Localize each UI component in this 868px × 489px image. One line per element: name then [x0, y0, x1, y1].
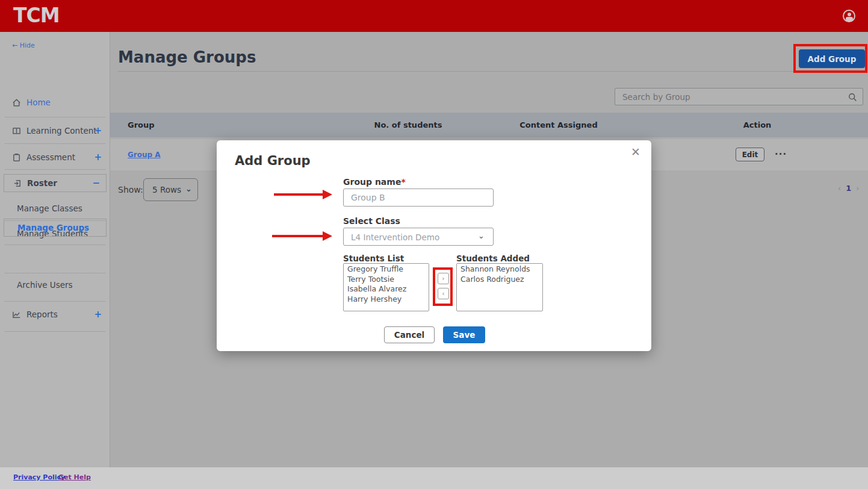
column-header-group: Group: [128, 120, 155, 129]
sidebar-item-label: Roster: [27, 178, 57, 188]
roster-icon: [13, 179, 22, 188]
sidebar-hide-link[interactable]: ← Hide: [12, 42, 35, 49]
cancel-button[interactable]: Cancel: [384, 326, 435, 343]
required-asterisk: *: [401, 177, 405, 187]
more-actions-icon[interactable]: ...: [775, 146, 787, 157]
students-added-box: Shannon ReynoldsCarlos Rodriguez: [456, 263, 543, 311]
privacy-policy-link[interactable]: Privacy Policy: [13, 473, 65, 481]
sidebar-item-manage-classes[interactable]: Manage Classes: [0, 201, 110, 216]
move-left-button[interactable]: ‹: [438, 288, 449, 299]
chevron-down-icon: ⌄: [478, 231, 485, 240]
student-list-item[interactable]: Gregory Truffle: [344, 264, 429, 275]
table-header: Group No. of students Content Assigned A…: [110, 113, 868, 137]
search-input[interactable]: [615, 89, 863, 105]
sidebar: ← Hide Home Learning Content + Assessmen…: [0, 32, 110, 467]
sidebar-item-label: Archive Users: [17, 280, 73, 290]
sidebar-item-assessment[interactable]: Assessment +: [0, 150, 110, 164]
expand-plus-icon[interactable]: +: [94, 152, 102, 163]
home-icon: [12, 98, 21, 107]
select-class-label: Select Class: [343, 216, 400, 226]
sidebar-divider: [5, 117, 105, 117]
search-icon: [848, 93, 857, 102]
expand-plus-icon[interactable]: +: [94, 309, 102, 320]
pagination: ‹1›: [835, 184, 861, 193]
sidebar-item-label: Manage Classes: [17, 204, 82, 213]
select-class-value: L4 Intervention Demo: [351, 232, 439, 242]
sidebar-item-label: Home: [26, 98, 51, 107]
reports-chart-icon: [12, 310, 21, 319]
search-box: [615, 88, 863, 105]
group-a-link[interactable]: Group A: [128, 151, 161, 159]
students-list-box: Gregory TruffleTerry TootsieIsabella Alv…: [343, 263, 429, 311]
sidebar-divider: [5, 169, 105, 170]
user-account-icon[interactable]: [843, 10, 855, 22]
modal-title: Add Group: [235, 154, 311, 168]
sidebar-item-label: Assessment: [26, 152, 75, 162]
collapse-minus-icon[interactable]: −: [92, 178, 100, 188]
group-name-label-text: Group name: [343, 177, 401, 187]
edit-button[interactable]: Edit: [736, 148, 764, 161]
sidebar-divider: [5, 143, 105, 144]
column-header-no-of-students: No. of students: [333, 120, 483, 129]
select-class-dropdown[interactable]: L4 Intervention Demo ⌄: [343, 228, 494, 246]
add-group-modal: Add Group ✕ Group name* Select Class L4 …: [217, 140, 651, 351]
rows-per-page-select[interactable]: 5 Rows ⌄: [143, 178, 198, 201]
page-title: Manage Groups: [118, 48, 256, 66]
rows-per-page-value: 5 Rows: [152, 185, 181, 195]
expand-plus-icon[interactable]: +: [94, 125, 102, 136]
prev-page-icon[interactable]: ‹: [838, 184, 841, 193]
column-header-action: Action: [682, 120, 832, 129]
page-number[interactable]: 1: [846, 184, 851, 193]
move-right-button[interactable]: ›: [438, 273, 449, 284]
group-name-input[interactable]: [343, 188, 494, 207]
student-list-item[interactable]: Shannon Reynolds: [457, 264, 542, 275]
clipboard-icon: [12, 153, 21, 162]
sidebar-item-label: Manage Groups: [17, 223, 89, 232]
get-help-link[interactable]: Get Help: [58, 473, 91, 481]
sidebar-item-label: Reports: [26, 310, 58, 319]
sidebar-item-manage-groups[interactable]: Manage Groups: [4, 219, 107, 237]
student-list-item[interactable]: Terry Tootsie: [344, 275, 429, 285]
show-label: Show:: [118, 185, 143, 195]
page-footer: Privacy Policy Get Help: [0, 467, 868, 489]
title-divider: [118, 71, 863, 72]
column-header-content-assigned: Content Assigned: [483, 120, 634, 129]
student-list-item[interactable]: Isabella Alvarez: [344, 284, 429, 294]
chevron-down-icon: ⌄: [185, 184, 192, 193]
save-button[interactable]: Save: [443, 326, 485, 343]
next-page-icon[interactable]: ›: [856, 184, 859, 193]
close-icon[interactable]: ✕: [631, 145, 640, 158]
sidebar-item-home[interactable]: Home: [0, 95, 110, 110]
sidebar-item-archive-users[interactable]: Archive Users: [0, 278, 110, 292]
sidebar-divider: [5, 273, 105, 273]
sidebar-item-roster[interactable]: Roster −: [4, 174, 107, 192]
tcm-logo: TCM: [13, 4, 60, 27]
app-header: TCM: [0, 0, 868, 32]
student-list-item[interactable]: Carlos Rodriguez: [457, 275, 542, 285]
book-icon: [12, 126, 21, 135]
student-list-item[interactable]: Harry Hershey: [344, 294, 429, 305]
students-added-label: Students Added: [456, 254, 530, 263]
add-group-button[interactable]: Add Group: [799, 49, 865, 68]
sidebar-item-label: Learning Content: [26, 126, 97, 135]
group-name-label: Group name*: [343, 177, 406, 187]
sidebar-divider: [5, 244, 105, 245]
sidebar-divider: [5, 301, 105, 302]
sidebar-item-learning-content[interactable]: Learning Content +: [0, 123, 110, 138]
sidebar-divider: [5, 331, 105, 332]
sidebar-item-reports[interactable]: Reports +: [0, 307, 110, 322]
students-list-label: Students List: [343, 254, 404, 263]
